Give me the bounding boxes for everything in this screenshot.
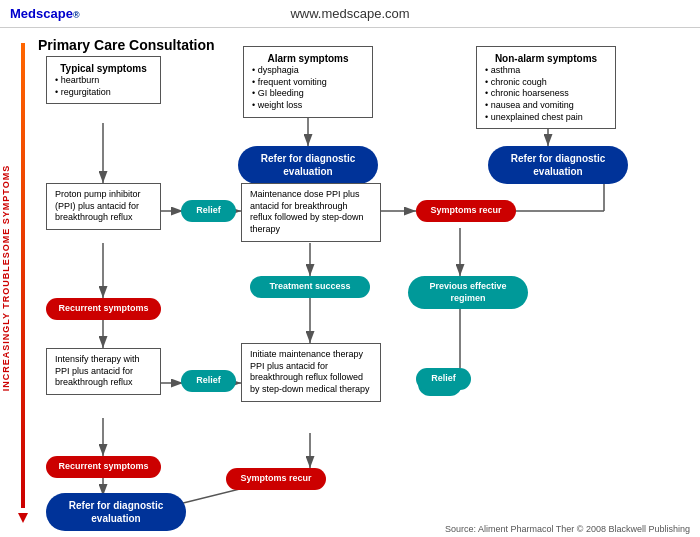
- footer: Source: Aliment Pharmacol Ther © 2008 Bl…: [445, 524, 690, 534]
- left-arrow-svg: [18, 33, 28, 523]
- typical-symptoms-box: Typical symptoms • heartburn• regurgitat…: [46, 56, 161, 104]
- symptoms-recur-1: Symptoms recur: [416, 200, 516, 222]
- non-alarm-symptoms-box: Non-alarm symptoms • asthma• chronic cou…: [476, 46, 616, 129]
- refer-diag-2: Refer for diagnostic evaluation: [488, 146, 628, 184]
- diagram: Primary Care Consultation Typical sympto…: [28, 28, 700, 537]
- site-url: www.medscape.com: [290, 6, 409, 21]
- recurrent-1: Recurrent symptoms: [46, 298, 161, 320]
- typical-symptoms-title: Typical symptoms: [55, 62, 152, 75]
- svg-marker-1: [18, 513, 28, 523]
- alarm-symptoms-bullets: • dysphagia• frequent vomiting• GI bleed…: [252, 65, 364, 112]
- refer-diag-1: Refer for diagnostic evaluation: [238, 146, 378, 184]
- relief-2: Relief: [181, 370, 236, 392]
- relief-1: Relief: [181, 200, 236, 222]
- svg-rect-0: [21, 43, 25, 508]
- non-alarm-bullets: • asthma• chronic cough• chronic hoarsen…: [485, 65, 607, 123]
- left-arrow-container: INCREASINGLY TROUBLESOME SYMPTOMS: [0, 33, 28, 523]
- logo-registered: ®: [73, 10, 80, 20]
- alarm-symptoms-box: Alarm symptoms • dysphagia• frequent vom…: [243, 46, 373, 118]
- recurrent-2: Recurrent symptoms: [46, 456, 161, 478]
- content: INCREASINGLY TROUBLESOME SYMPTOMS: [0, 28, 700, 537]
- main-container: Medscape® www.medscape.com INCREASINGLY …: [0, 0, 700, 537]
- page-title: Primary Care Consultation: [38, 36, 215, 54]
- left-arrow-label: INCREASINGLY TROUBLESOME SYMPTOMS: [1, 165, 11, 391]
- previous-regimen: Previous effective regimen: [408, 276, 528, 309]
- intensify-therapy-box: Intensify therapy with PPI plus antacid …: [46, 348, 161, 395]
- non-alarm-title: Non-alarm symptoms: [485, 52, 607, 65]
- refer-diag-3: Refer for diagnostic evaluation: [46, 493, 186, 531]
- typical-symptoms-bullets: • heartburn• regurgitation: [55, 75, 152, 98]
- logo-text: Medscape: [10, 6, 73, 21]
- header: Medscape® www.medscape.com: [0, 0, 700, 28]
- initiate-maintenance-box: Initiate maintenance therapy PPI plus an…: [241, 343, 381, 402]
- maintenance-ppi-box: Maintenance dose PPI plus antacid for br…: [241, 183, 381, 242]
- symptoms-recur-2: Symptoms recur: [226, 468, 326, 490]
- logo: Medscape®: [10, 6, 80, 21]
- relief-3: Relief: [416, 368, 471, 390]
- treatment-success: Treatment success: [250, 276, 370, 298]
- ppi-box: Proton pump inhibitor (PPI) plus antacid…: [46, 183, 161, 230]
- alarm-symptoms-title: Alarm symptoms: [252, 52, 364, 65]
